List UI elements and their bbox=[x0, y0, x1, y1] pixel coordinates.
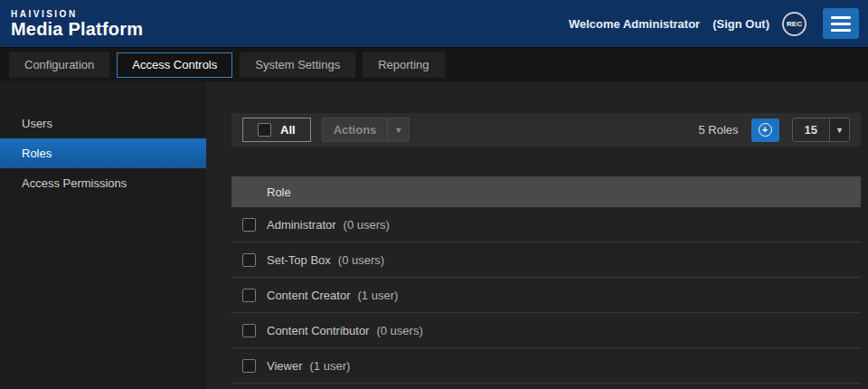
select-all-label: All bbox=[280, 123, 296, 137]
page-body: Users Roles Access Permissions All Actio… bbox=[0, 81, 868, 389]
page-size-value: 15 bbox=[793, 123, 829, 137]
sign-out-link[interactable]: (Sign Out) bbox=[712, 17, 769, 31]
row-checkbox[interactable] bbox=[242, 289, 256, 302]
row-text: Administrator (0 users) bbox=[267, 218, 390, 232]
haivision-logo: HAIVISION Media Platform bbox=[11, 9, 143, 39]
role-name: Administrator bbox=[267, 218, 336, 232]
tab-reporting[interactable]: Reporting bbox=[363, 52, 444, 78]
role-name: Set-Top Box bbox=[267, 253, 331, 267]
row-checkbox[interactable] bbox=[242, 324, 256, 337]
page-size-dropdown[interactable]: 15 ▾ bbox=[792, 118, 851, 142]
role-column-header: Role bbox=[267, 185, 291, 199]
table-row[interactable]: Content Contributor (0 users) bbox=[231, 313, 861, 348]
table-row[interactable]: Viewer (1 user) bbox=[231, 348, 861, 384]
rec-badge[interactable]: REC bbox=[782, 12, 807, 36]
sidebar: Users Roles Access Permissions bbox=[0, 81, 206, 389]
tab-configuration[interactable]: Configuration bbox=[9, 52, 109, 78]
role-user-count: (0 users) bbox=[344, 218, 390, 232]
sidebar-item-users[interactable]: Users bbox=[0, 109, 206, 138]
role-name: Content Contributor bbox=[267, 324, 369, 337]
tab-system-settings[interactable]: System Settings bbox=[240, 52, 355, 78]
sidebar-item-access-permissions[interactable]: Access Permissions bbox=[0, 168, 206, 198]
role-user-count: (0 users) bbox=[338, 253, 384, 267]
row-text: Content Contributor (0 users) bbox=[267, 324, 423, 337]
add-role-button[interactable]: + bbox=[751, 119, 779, 142]
table-row[interactable]: Content Creator (1 user) bbox=[231, 278, 861, 313]
menu-bar bbox=[831, 29, 851, 32]
toolbar-right: 5 Roles + 15 ▾ bbox=[698, 118, 850, 142]
row-text: Viewer (1 user) bbox=[267, 359, 350, 373]
product-name: Media Platform bbox=[11, 19, 143, 39]
role-user-count: (0 users) bbox=[376, 324, 422, 337]
header-right: Welcome Administrator (Sign Out) REC bbox=[569, 8, 859, 39]
select-all-control[interactable]: All bbox=[242, 118, 311, 142]
role-user-count: (1 user) bbox=[358, 289, 399, 302]
row-text: Content Creator (1 user) bbox=[267, 289, 398, 302]
roles-table: Role Administrator (0 users) Set-Top Box… bbox=[231, 176, 861, 384]
app-window: HAIVISION Media Platform Welcome Adminis… bbox=[0, 0, 868, 389]
row-text: Set-Top Box (0 users) bbox=[267, 253, 384, 267]
row-checkbox[interactable] bbox=[242, 359, 256, 373]
main-nav: Configuration Access Controls System Set… bbox=[0, 47, 868, 81]
role-name: Viewer bbox=[267, 359, 303, 373]
roles-toolbar: All Actions ▾ 5 Roles + 15 ▾ bbox=[231, 113, 861, 147]
actions-dropdown[interactable]: Actions ▾ bbox=[322, 118, 410, 142]
role-user-count: (1 user) bbox=[310, 359, 351, 373]
menu-bar bbox=[831, 23, 851, 25]
row-checkbox[interactable] bbox=[242, 218, 256, 232]
plus-circle-icon: + bbox=[759, 123, 772, 137]
brand-name: HAIVISION bbox=[11, 9, 143, 19]
roles-count: 5 Roles bbox=[698, 123, 738, 137]
table-row[interactable]: Administrator (0 users) bbox=[231, 207, 861, 242]
chevron-down-icon: ▾ bbox=[387, 119, 409, 141]
menu-bar bbox=[831, 16, 851, 19]
table-row[interactable]: Set-Top Box (0 users) bbox=[231, 242, 861, 278]
app-header: HAIVISION Media Platform Welcome Adminis… bbox=[0, 0, 868, 47]
toolbar-left: All Actions ▾ bbox=[242, 118, 410, 142]
row-checkbox[interactable] bbox=[242, 253, 256, 267]
table-header: Role bbox=[231, 176, 861, 207]
tab-access-controls[interactable]: Access Controls bbox=[117, 52, 232, 78]
welcome-text: Welcome Administrator bbox=[569, 17, 700, 31]
sidebar-item-roles[interactable]: Roles bbox=[0, 138, 206, 168]
hamburger-menu-icon[interactable] bbox=[823, 8, 859, 39]
select-all-checkbox[interactable] bbox=[258, 123, 271, 137]
main-content: All Actions ▾ 5 Roles + 15 ▾ bbox=[206, 81, 868, 389]
chevron-down-icon: ▾ bbox=[829, 119, 849, 141]
role-name: Content Creator bbox=[267, 289, 351, 302]
actions-label: Actions bbox=[323, 123, 388, 137]
